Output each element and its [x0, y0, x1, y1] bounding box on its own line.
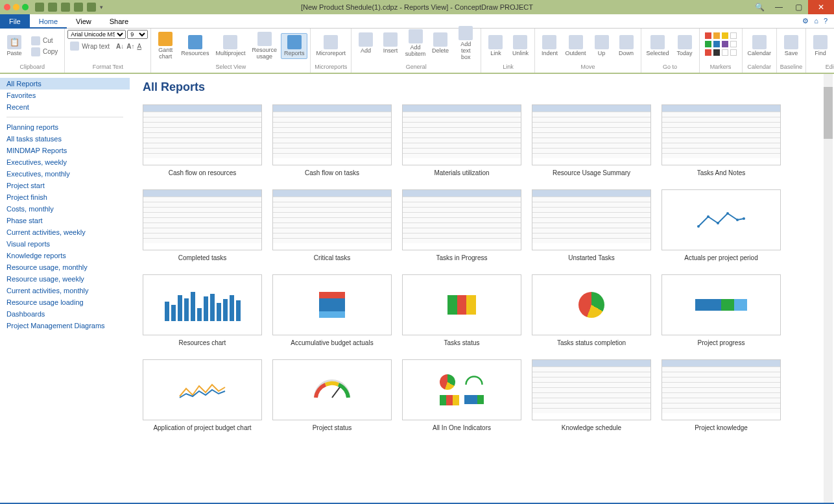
report-tile-completed-tasks[interactable]: Completed tasks [143, 189, 262, 261]
scrollbar-vertical[interactable] [824, 74, 833, 503]
tab-share[interactable]: Share [101, 14, 137, 29]
report-tile-tasks-in-progress[interactable]: Tasks in Progress [402, 189, 521, 261]
settings-icon[interactable]: ⚙ [802, 17, 809, 25]
sidebar-item-resource-usage-monthly[interactable]: Resource usage, monthly [6, 261, 123, 273]
selected-button[interactable]: Selected [644, 34, 672, 58]
report-tile-all-in-one-indicators[interactable]: All In One Indicators [402, 359, 521, 431]
mac-close-icon[interactable] [4, 4, 10, 10]
report-tile-materials-utilization[interactable]: Materials utilization [402, 104, 521, 176]
down-button[interactable]: Down [615, 34, 638, 58]
report-tile-project-status[interactable]: Project status [272, 359, 392, 431]
qat-dropdown-icon[interactable]: ▾ [100, 4, 103, 10]
calendar-button[interactable]: Calendar [745, 34, 774, 58]
sidebar-item-resource-usage-loading[interactable]: Resource usage loading [6, 296, 123, 308]
close-button[interactable]: ✕ [808, 0, 834, 14]
sidebar-item-project-start[interactable]: Project start [6, 180, 123, 191]
help-icon[interactable]: ? [824, 17, 828, 25]
group-baseline: Save Baseline [777, 29, 806, 73]
add-button[interactable]: Add [354, 31, 377, 56]
up-button[interactable]: Up [590, 34, 614, 58]
font-select[interactable]: Arial Unicode MS [67, 30, 126, 39]
report-tile-resources-chart[interactable]: Resources chart [143, 274, 262, 346]
search-icon[interactable]: 🔍 [750, 0, 769, 14]
mac-zoom-icon[interactable] [22, 4, 29, 10]
report-tile-unstarted-tasks[interactable]: Unstarted Tasks [532, 189, 651, 261]
sidebar-item-all-reports[interactable]: All Reports [0, 78, 130, 90]
find-button[interactable]: Find [809, 34, 832, 58]
qat-print-icon[interactable] [74, 3, 83, 12]
home-icon[interactable]: ⌂ [814, 17, 818, 25]
sidebar-item-knowledge-reports[interactable]: Knowledge reports [6, 250, 123, 261]
report-tile-tasks-status-completion[interactable]: Tasks status completion [532, 274, 651, 346]
report-tile-project-knowledge[interactable]: Project knowledge [661, 359, 781, 431]
report-tile-critical-tasks[interactable]: Critical tasks [272, 189, 392, 261]
reports-button[interactable]: Reports [281, 33, 308, 59]
cut-button[interactable]: Cut [29, 36, 60, 46]
wraptext-button[interactable]: Wrap text A↓A↑A [67, 41, 144, 51]
report-tile-application-of-project-budget-chart[interactable]: Application of project budget chart [143, 359, 262, 431]
copy-button[interactable]: Copy [29, 47, 60, 57]
tab-file[interactable]: File [0, 14, 30, 29]
mac-minimize-icon[interactable] [13, 4, 19, 10]
paste-button[interactable]: 📋 Paste [3, 34, 26, 58]
resources-button[interactable]: Resources [178, 34, 211, 58]
delete-button[interactable]: Delete [429, 31, 452, 56]
minimize-button[interactable]: — [769, 0, 789, 14]
qat-zoom-icon[interactable] [87, 3, 96, 12]
sidebar-item-project-finish[interactable]: Project finish [6, 191, 123, 203]
report-tile-knowledge-schedule[interactable]: Knowledge schedule [532, 359, 651, 431]
report-thumb [402, 359, 521, 420]
indent-button[interactable]: Indent [538, 34, 561, 58]
report-tile-accumulative-budget-actuals[interactable]: Accumulative budget actuals [272, 274, 392, 346]
group-goto: Selected Today Go to [641, 29, 700, 73]
tab-view[interactable]: View [67, 14, 101, 29]
svg-point-2 [717, 222, 719, 224]
report-tile-cash-flow-on-tasks[interactable]: Cash flow on tasks [272, 104, 392, 176]
save-baseline-button[interactable]: Save [780, 34, 803, 58]
link-button[interactable]: Link [484, 34, 507, 58]
add-textbox-button[interactable]: Add text box [453, 25, 478, 62]
sidebar-item-project-management-diagrams[interactable]: Project Management Diagrams [6, 320, 123, 331]
today-button[interactable]: Today [673, 34, 697, 58]
unlink-button[interactable]: Unlink [508, 34, 532, 58]
sidebar-item-visual-reports[interactable]: Visual reports [6, 238, 123, 250]
microreport-button[interactable]: Microreport [313, 34, 348, 58]
sidebar-item-phase-start[interactable]: Phase start [6, 215, 123, 226]
report-tile-cash-flow-on-resources[interactable]: Cash flow on resources [143, 104, 262, 176]
resource-usage-button[interactable]: Resource usage [249, 30, 280, 62]
scrollbar-thumb[interactable] [824, 87, 833, 139]
report-thumb [143, 359, 262, 420]
sidebar-item-executives-weekly[interactable]: Executives, weekly [6, 156, 123, 168]
sidebar-item-mindmap-reports[interactable]: MINDMAP Reports [6, 145, 123, 156]
insert-button[interactable]: Insert [379, 31, 402, 56]
outdent-button[interactable]: Outdent [562, 34, 588, 58]
report-tile-project-progress[interactable]: Project progress [661, 274, 781, 346]
sidebar-item-planning-reports[interactable]: Planning reports [6, 121, 123, 133]
qat-save-icon[interactable] [35, 3, 44, 12]
sidebar-item-favorites[interactable]: Favorites [6, 90, 123, 101]
add-subitem-button[interactable]: Add subitem [403, 28, 427, 59]
report-tile-actuals-per-project-period[interactable]: Actuals per project period [661, 189, 781, 261]
gantt-chart-button[interactable]: Gantt chart [154, 30, 177, 62]
sidebar-item-all-tasks-statuses[interactable]: All tasks statuses [6, 133, 123, 145]
sidebar-item-recent[interactable]: Recent [6, 101, 123, 113]
report-label: Application of project budget chart [153, 424, 251, 431]
report-tile-tasks-and-notes[interactable]: Tasks And Notes [661, 104, 781, 176]
sidebar-item-resource-usage-weekly[interactable]: Resource usage, weekly [6, 273, 123, 285]
fontsize-select[interactable]: 9 [127, 30, 148, 39]
sidebar-item-executives-monthly[interactable]: Executives, monthly [6, 168, 123, 180]
sidebar-item-costs-monthly[interactable]: Costs, monthly [6, 203, 123, 215]
sidebar-item-dashboards[interactable]: Dashboards [6, 308, 123, 320]
report-tile-resource-usage-summary[interactable]: Resource Usage Summary [532, 104, 651, 176]
marker-palette[interactable] [702, 30, 739, 58]
report-tile-tasks-status[interactable]: Tasks status [402, 274, 521, 346]
sidebar-item-current-activities-monthly[interactable]: Current activities, monthly [6, 285, 123, 296]
copy-icon [31, 47, 40, 56]
multiproject-button[interactable]: Multiproject [213, 34, 248, 58]
qat-redo-icon[interactable] [61, 3, 70, 12]
sidebar-item-current-activities-weekly[interactable]: Current activities, weekly [6, 226, 123, 238]
maximize-button[interactable]: ▢ [789, 0, 808, 14]
qat-undo-icon[interactable] [48, 3, 57, 12]
tab-home[interactable]: Home [30, 14, 67, 29]
report-label: Critical tasks [314, 254, 351, 261]
